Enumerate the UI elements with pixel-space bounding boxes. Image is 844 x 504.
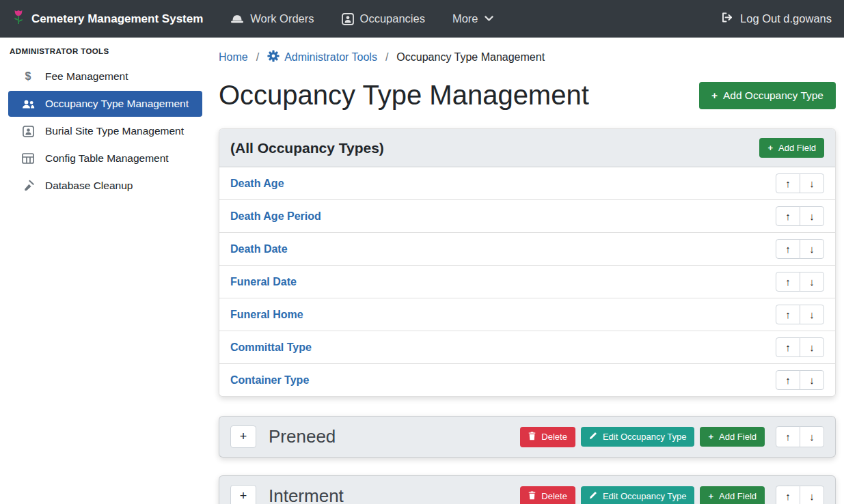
users-icon: [21, 99, 36, 109]
sidebar-item-occupancy-type-management[interactable]: Occupancy Type Management: [8, 91, 202, 117]
edit-occupancy-type-button[interactable]: Edit Occupancy Type: [581, 486, 695, 504]
breadcrumb-admin-tools[interactable]: Administrator Tools: [267, 50, 377, 65]
section-actions: Delete Edit Occupancy Type + Add Field ↑…: [520, 486, 824, 504]
move-down-button[interactable]: ↓: [800, 337, 824, 357]
gear-icon: [267, 50, 280, 65]
edit-occupancy-type-button[interactable]: Edit Occupancy Type: [581, 427, 695, 447]
portrait-icon: [21, 126, 36, 137]
add-field-label: Add Field: [719, 432, 757, 442]
move-up-button[interactable]: ↑: [776, 272, 800, 292]
field-link[interactable]: Committal Type: [230, 341, 312, 354]
field-link[interactable]: Death Age: [230, 178, 284, 190]
sidebar-item-label: Burial Site Type Management: [45, 125, 184, 137]
move-down-button[interactable]: ↓: [800, 426, 824, 447]
delete-button[interactable]: Delete: [520, 427, 575, 447]
section-title: Interment: [269, 486, 344, 504]
logout-icon: [721, 12, 734, 26]
page-header: Occupancy Type Management + Add Occupanc…: [219, 80, 836, 111]
reorder-controls: ↑ ↓: [776, 337, 824, 357]
add-occupancy-type-label: Add Occupancy Type: [723, 89, 823, 102]
dollar-icon: $: [21, 70, 36, 83]
move-up-button[interactable]: ↑: [776, 173, 800, 193]
sidebar-item-database-cleanup[interactable]: Database Cleanup: [8, 173, 202, 199]
expand-button[interactable]: +: [230, 425, 256, 448]
reorder-controls: ↑ ↓: [776, 272, 824, 292]
nav-links: Work Orders Occupancies More: [230, 12, 493, 25]
add-field-button[interactable]: + Add Field: [759, 138, 824, 158]
field-row: Funeral Home ↑ ↓: [219, 298, 835, 331]
breadcrumb-admin-tools-label: Administrator Tools: [284, 51, 377, 64]
field-row: Death Date ↑ ↓: [219, 232, 835, 265]
move-up-button[interactable]: ↑: [776, 370, 800, 390]
portrait-icon: [342, 13, 354, 25]
hard-hat-icon: [230, 13, 244, 25]
sidebar-item-fee-management[interactable]: $ Fee Management: [8, 64, 202, 89]
move-up-button[interactable]: ↑: [776, 337, 800, 357]
brand[interactable]: Cemetery Management System: [12, 8, 203, 29]
expand-button[interactable]: +: [230, 485, 256, 504]
main-content: Home / Administrator Tool: [210, 38, 844, 504]
field-row: Death Age ↑ ↓: [219, 167, 835, 199]
top-navbar: Cemetery Management System Work Orders O…: [0, 0, 844, 38]
field-link[interactable]: Death Age Period: [230, 210, 321, 223]
pencil-icon: [589, 491, 597, 501]
move-down-button[interactable]: ↓: [800, 206, 824, 226]
reorder-controls: ↑ ↓: [776, 426, 824, 447]
edit-label: Edit Occupancy Type: [603, 491, 687, 501]
field-link[interactable]: Funeral Date: [230, 276, 297, 288]
field-link[interactable]: Funeral Home: [230, 309, 303, 321]
field-list: Death Age ↑ ↓ Death Age Period ↑ ↓ Death…: [219, 167, 835, 396]
move-down-button[interactable]: ↓: [800, 173, 824, 193]
field-link[interactable]: Container Type: [230, 374, 309, 387]
trash-icon: [528, 432, 536, 443]
reorder-controls: ↑ ↓: [776, 239, 824, 259]
move-up-button[interactable]: ↑: [776, 239, 800, 259]
trash-icon: [528, 491, 536, 502]
move-up-button[interactable]: ↑: [776, 486, 800, 504]
nav-item-work-orders[interactable]: Work Orders: [230, 12, 314, 25]
field-link[interactable]: Death Date: [230, 243, 288, 255]
plus-icon: +: [708, 432, 713, 442]
page-title: Occupancy Type Management: [219, 80, 589, 111]
sidebar-item-burial-site-type-management[interactable]: Burial Site Type Management: [8, 118, 202, 144]
all-types-title: (All Occupancy Types): [230, 140, 384, 156]
logout-link[interactable]: Log Out d.gowans: [721, 12, 832, 26]
reorder-controls: ↑ ↓: [776, 305, 824, 324]
field-row: Funeral Date ↑ ↓: [219, 265, 835, 298]
occupancy-type-section: + Interment Delete Edit Occupancy T: [219, 475, 836, 504]
reorder-controls: ↑ ↓: [776, 370, 824, 390]
breadcrumb-home[interactable]: Home: [219, 51, 248, 64]
sidebar-item-label: Occupancy Type Management: [45, 98, 189, 110]
delete-label: Delete: [541, 491, 567, 501]
flower-logo-icon: [12, 8, 25, 29]
all-occupancy-types-card: (All Occupancy Types) + Add Field Death …: [219, 128, 836, 397]
sidebar-item-config-table-management[interactable]: Config Table Management: [8, 145, 202, 171]
table-icon: [21, 153, 36, 164]
nav-item-occupancies[interactable]: Occupancies: [342, 12, 425, 25]
delete-button[interactable]: Delete: [520, 486, 575, 504]
field-row: Container Type ↑ ↓: [219, 363, 835, 396]
plus-icon: +: [711, 89, 718, 102]
broom-icon: [21, 180, 36, 192]
move-up-button[interactable]: ↑: [776, 206, 800, 226]
reorder-controls: ↑ ↓: [776, 173, 824, 193]
field-row: Death Age Period ↑ ↓: [219, 199, 835, 232]
move-down-button[interactable]: ↓: [800, 370, 824, 390]
occupancy-type-section: + Preneed Delete Edit Occupancy Typ: [219, 416, 836, 458]
occupancy-type-sections: + Preneed Delete Edit Occupancy Typ: [219, 416, 836, 504]
nav-item-more[interactable]: More: [452, 12, 493, 25]
plus-icon: +: [767, 143, 773, 153]
add-field-button[interactable]: + Add Field: [700, 427, 765, 447]
move-up-button[interactable]: ↑: [776, 305, 800, 324]
move-down-button[interactable]: ↓: [800, 486, 824, 504]
sidebar-heading: Administrator Tools: [8, 47, 202, 64]
breadcrumb-separator: /: [256, 51, 259, 64]
move-down-button[interactable]: ↓: [800, 272, 824, 292]
move-down-button[interactable]: ↓: [800, 239, 824, 259]
logout-label: Log Out d.gowans: [740, 12, 832, 25]
add-occupancy-type-button[interactable]: + Add Occupancy Type: [699, 82, 836, 109]
move-down-button[interactable]: ↓: [800, 305, 824, 324]
add-field-button[interactable]: + Add Field: [700, 486, 765, 504]
move-up-button[interactable]: ↑: [776, 426, 800, 447]
reorder-controls: ↑ ↓: [776, 486, 824, 504]
